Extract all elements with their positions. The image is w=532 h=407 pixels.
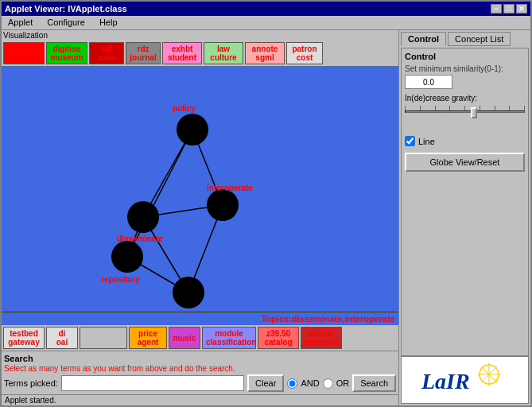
viz-label: Visualization	[2, 30, 398, 41]
right-panel: Control Concept List Control Set minimum…	[399, 30, 530, 405]
gravity-label: In(de)crease gravity:	[405, 94, 525, 103]
topic-btn-module-classification[interactable]: moduleclassification	[202, 327, 256, 349]
menu-bar: Applet Configure Help	[2, 16, 530, 30]
title-controls: − □ ✕	[491, 4, 527, 14]
gravity-slider-container	[405, 104, 525, 120]
tab-control[interactable]: Control	[401, 32, 446, 46]
svg-text:LaIR: LaIR	[421, 369, 470, 393]
logo-area: LaIR	[401, 356, 529, 404]
topic-btn-price-agent[interactable]: priceagent	[129, 327, 167, 349]
main-content: Visualization asdfeducate digitisemuseum…	[2, 30, 530, 405]
close-button[interactable]: ✕	[516, 4, 527, 14]
topic-btn-music[interactable]: music	[169, 327, 200, 349]
topic-btn-annote-sgml[interactable]: annotesgml	[245, 42, 285, 64]
line-checkbox[interactable]	[405, 136, 415, 146]
control-title: Control	[405, 52, 525, 61]
label-signature: signature	[169, 311, 204, 312]
node-policy[interactable]	[177, 114, 208, 145]
topics-text: Topics:disseminate,interoperate	[261, 314, 395, 324]
topic-btn-z39-catalog[interactable]: z39.50catalog	[258, 327, 299, 349]
search-input[interactable]	[61, 375, 244, 391]
similarity-label: Set minimum similarity(0-1):	[405, 64, 525, 73]
menu-configure[interactable]: Configure	[44, 17, 88, 28]
node-repository[interactable]	[111, 241, 143, 273]
similarity-input[interactable]	[405, 75, 452, 89]
viz-area: policy disseminate interoperate reposito…	[2, 66, 398, 312]
maximize-button[interactable]: □	[503, 4, 515, 14]
graph-svg	[2, 66, 398, 312]
topic-btn-di-oai[interactable]: dioai	[46, 327, 78, 349]
slider-track	[405, 110, 525, 113]
topic-btn-rdf-cwm[interactable]: rdfcwm	[89, 42, 124, 64]
search-label: Search	[4, 354, 396, 363]
and-label: AND	[301, 378, 319, 388]
topic-buttons-bottom: testbedgateway dioai priceagent music mo…	[2, 325, 398, 351]
search-row: Terms picked: Clear AND OR Search	[4, 374, 396, 392]
minimize-button[interactable]: −	[491, 4, 502, 14]
window-title: Applet Viewer: IVApplet.class	[5, 4, 127, 14]
globe-view-reset-button[interactable]: Globe View/Reset	[405, 153, 525, 172]
tab-concept-list[interactable]: Concept List	[448, 32, 511, 46]
menu-help[interactable]: Help	[96, 17, 121, 28]
topic-btn-patron-cost[interactable]: patroncost	[286, 42, 323, 64]
clear-button[interactable]: Clear	[247, 374, 284, 392]
title-bar: Applet Viewer: IVApplet.class − □ ✕	[2, 2, 530, 16]
node-signature[interactable]	[173, 277, 204, 308]
or-radio[interactable]	[323, 378, 333, 389]
menu-applet[interactable]: Applet	[5, 17, 36, 28]
and-or-group: AND OR	[287, 378, 349, 389]
topic-buttons-top: asdfeducate digitisemuseum rdfcwm rdzjou…	[2, 41, 398, 66]
left-panel: Visualization asdfeducate digitisemuseum…	[2, 30, 399, 405]
node-interoperate[interactable]	[207, 189, 239, 221]
topics-bar: Topics:disseminate,interoperate	[2, 312, 398, 325]
terms-label: Terms picked:	[4, 378, 58, 388]
status-text: Applet started.	[5, 396, 56, 405]
topic-btn-testbed-gateway[interactable]: testbedgateway	[3, 327, 45, 349]
label-interoperate: interoperate	[207, 184, 253, 192]
topic-btn-persist-preserve[interactable]: persistpreserve	[301, 327, 342, 349]
topic-btn-asdf-educate[interactable]: asdfeducate	[3, 42, 45, 64]
topic-btn-exhbt-student[interactable]: exhbtstudent	[162, 42, 202, 64]
topic-btn-digitise-museum[interactable]: digitisemuseum	[46, 42, 87, 64]
search-button[interactable]: Search	[352, 374, 396, 392]
and-radio[interactable]	[287, 378, 297, 389]
tabs: Control Concept List	[401, 32, 529, 46]
control-panel: Control Set minimum similarity(0-1): In(…	[401, 48, 529, 356]
status-bar: Applet started.	[2, 394, 398, 405]
topic-btn-empty	[80, 327, 127, 349]
line-label: Line	[418, 137, 435, 146]
app-window: Applet Viewer: IVApplet.class − □ ✕ Appl…	[0, 0, 532, 407]
logo-svg: LaIR	[417, 359, 513, 402]
search-area: Search Select as many terms as you want …	[2, 351, 398, 394]
gravity-slider-thumb[interactable]	[471, 107, 477, 118]
label-repository: repository	[101, 275, 140, 284]
topic-btn-rdz-journal[interactable]: rdzjournal	[126, 42, 161, 64]
search-hint: Select as many terms as you want from ab…	[4, 364, 396, 373]
or-label: OR	[336, 378, 350, 388]
slider-ticks	[405, 106, 525, 110]
label-policy: policy	[173, 104, 196, 113]
topic-btn-law-culture[interactable]: lawculture	[204, 42, 243, 64]
line-checkbox-row: Line	[405, 136, 525, 146]
node-disseminate[interactable]	[127, 201, 159, 233]
